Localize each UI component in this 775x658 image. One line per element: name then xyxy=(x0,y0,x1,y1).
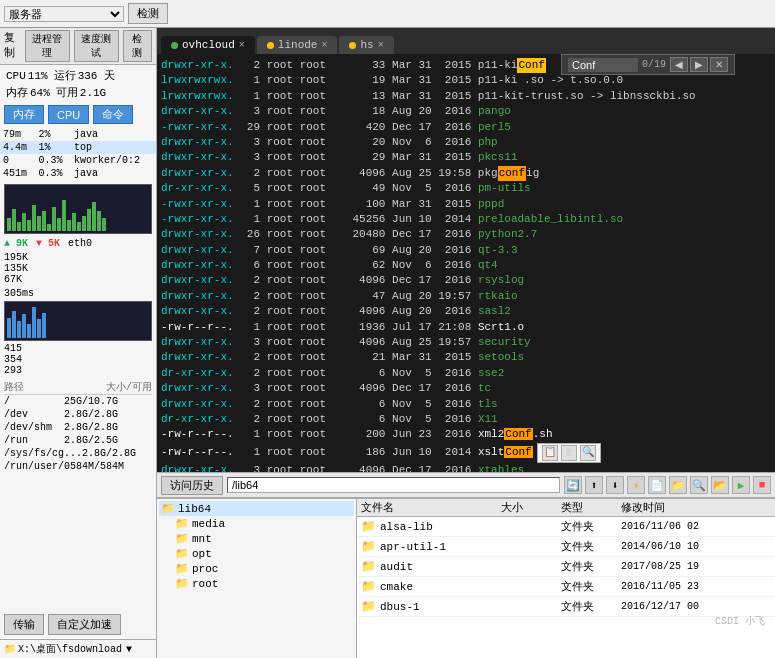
search-next-btn[interactable]: ▶ xyxy=(690,57,708,72)
refresh-icon[interactable]: 🔄 xyxy=(564,476,582,494)
col-header-date: 修改时间 xyxy=(621,500,771,515)
mem-value: 64% xyxy=(30,87,50,99)
terminal-line-2: lrwxrwxrwx. 1 root root 19 Mar 31 2015 p… xyxy=(161,73,771,88)
check-btn[interactable]: 检测 xyxy=(123,30,152,62)
disk-size-4: 2.8G/2.5G xyxy=(64,435,119,446)
bar xyxy=(37,216,41,231)
run-value: 336 天 xyxy=(78,68,115,83)
file-date-4: 2016/11/05 23 xyxy=(621,581,771,592)
tab-linode-label: linode xyxy=(278,39,318,51)
p1-mem: 79m xyxy=(0,128,35,141)
upload-icon[interactable]: ⬆ xyxy=(585,476,603,494)
disk-size-3: 2.8G/2.8G xyxy=(64,422,119,433)
ctx-copy-icon[interactable]: 📋 xyxy=(542,445,558,461)
terminal-line-5: -rwxr-xr-x. 29 root root 420 Dec 17 2016… xyxy=(161,120,771,135)
file-new-icon[interactable]: 📄 xyxy=(648,476,666,494)
mem-row: 内存 64% 可用 2.1G xyxy=(4,84,152,101)
search-close-btn[interactable]: ✕ xyxy=(710,57,728,72)
download-icon[interactable]: ⬇ xyxy=(606,476,624,494)
disk-size-2: 2.8G/2.8G xyxy=(64,409,119,420)
tab-mem[interactable]: 内存 xyxy=(4,105,44,124)
ping-val-2: 354 xyxy=(4,354,152,365)
terminal-line-27: drwxr-xr-x. 3 root root 4096 Dec 17 2016… xyxy=(161,463,771,472)
server-select[interactable]: 服务器 xyxy=(4,6,124,22)
tree-label-proc: proc xyxy=(192,563,218,575)
bar xyxy=(17,222,21,231)
col-header-size: 大小 xyxy=(501,500,561,515)
folder-icon-proc: 📁 xyxy=(175,562,189,575)
ping-val-1: 415 xyxy=(4,343,152,354)
col-header-name: 文件名 xyxy=(361,500,501,515)
tab-close-3[interactable]: × xyxy=(378,40,384,51)
file-date-3: 2017/08/25 19 xyxy=(621,561,771,572)
tab-cmd[interactable]: 命令 xyxy=(93,105,133,124)
tab-hs[interactable]: hs × xyxy=(339,36,393,54)
bar xyxy=(42,211,46,231)
p2-cmd: top xyxy=(71,141,156,154)
process-btn[interactable]: 进程管理 xyxy=(25,30,70,62)
disk-path-5: /sys/fs/cg... xyxy=(4,448,82,459)
file-name-1: 📁 alsa-lib xyxy=(361,519,501,534)
folder-open-icon[interactable]: 📂 xyxy=(711,476,729,494)
watermark: CSDI 小飞 xyxy=(715,614,765,628)
p1-cpu: 2% xyxy=(35,128,70,141)
detect-button[interactable]: 检测 xyxy=(128,3,168,24)
disk-path-2: /dev xyxy=(4,409,64,420)
tab-cpu[interactable]: CPU xyxy=(48,105,89,124)
custom-btn[interactable]: 自定义加速 xyxy=(48,614,121,635)
terminal-line-17: drwxr-xr-x. 2 root root 4096 Aug 20 2016… xyxy=(161,304,771,319)
speed-btn[interactable]: 速度测试 xyxy=(74,30,119,62)
tree-item-media[interactable]: 📁 media xyxy=(159,516,354,531)
tab-linode[interactable]: linode × xyxy=(257,36,338,54)
upload-badge: ▲ 9K xyxy=(4,238,28,249)
process-row-3: 0 0.3% kworker/0:2 xyxy=(0,154,156,167)
disk-row-5: /sys/fs/cg... 2.8G/2.8G xyxy=(4,447,152,460)
address-input[interactable] xyxy=(227,477,560,493)
file-row-3[interactable]: 📁 audit 文件夹 2017/08/25 19 xyxy=(357,557,775,577)
transfer-btn[interactable]: 传输 xyxy=(4,614,44,635)
cpu-chart xyxy=(4,184,152,234)
folder-expand-icon[interactable]: ▼ xyxy=(126,644,132,655)
ctx-search-icon[interactable]: 🔍 xyxy=(580,445,596,461)
tab-ovhcloud[interactable]: ovhcloud × xyxy=(161,36,255,54)
p1-cmd: java xyxy=(71,128,156,141)
tab-close-2[interactable]: × xyxy=(321,40,327,51)
tree-item-lib64[interactable]: 📁 lib64 xyxy=(159,501,354,516)
sidebar-bottom: 传输 自定义加速 xyxy=(0,610,156,639)
history-btn[interactable]: 访问历史 xyxy=(161,476,223,495)
tree-item-proc[interactable]: 📁 proc xyxy=(159,561,354,576)
search-prev-btn[interactable]: ◀ xyxy=(670,57,688,72)
file-row-1[interactable]: 📁 alsa-lib 文件夹 2016/11/06 02 xyxy=(357,517,775,537)
lightning-icon[interactable]: ⚡ xyxy=(627,476,645,494)
tab-dot-yellow-2 xyxy=(349,42,356,49)
process-row-1: 79m 2% java xyxy=(0,128,156,141)
p2-cpu: 1% xyxy=(35,141,70,154)
ctx-delete-icon[interactable]: 🗑 xyxy=(561,445,577,461)
address-bar: 访问历史 🔄 ⬆ ⬇ ⚡ 📄 📁 🔍 📂 ▶ ■ xyxy=(157,472,775,498)
terminal-line-23: drwxr-xr-x. 2 root root 6 Nov 5 2016 tls xyxy=(161,397,771,412)
search-buttons: ◀ ▶ ✕ xyxy=(670,57,728,72)
bar xyxy=(22,213,26,231)
main-layout: 复制 进程管理 速度测试 检测 CPU 11% 运行 336 天 内存 64% … xyxy=(0,28,775,658)
tree-item-mnt[interactable]: 📁 mnt xyxy=(159,531,354,546)
file-row-2[interactable]: 📁 apr-util-1 文件夹 2014/06/10 10 xyxy=(357,537,775,557)
search-files-icon[interactable]: 🔍 xyxy=(690,476,708,494)
bar xyxy=(97,211,101,231)
play-icon[interactable]: ▶ xyxy=(732,476,750,494)
search-input[interactable] xyxy=(568,58,638,72)
tab-close-1[interactable]: × xyxy=(239,40,245,51)
tree-item-root[interactable]: 📁 root xyxy=(159,576,354,591)
disk-row-6: /run/user/0 584M/584M xyxy=(4,460,152,473)
terminal-line-6: drwxr-xr-x. 3 root root 20 Nov 6 2016 ph… xyxy=(161,135,771,150)
content-area: ovhcloud × linode × hs × 0/19 ◀ xyxy=(157,28,775,658)
terminal-line-13: drwxr-xr-x. 7 root root 69 Aug 20 2016 q… xyxy=(161,243,771,258)
bar xyxy=(7,218,11,231)
file-row-5[interactable]: 📁 dbus-1 文件夹 2016/12/17 00 xyxy=(357,597,775,617)
folder-icon-lib64: 📁 xyxy=(161,502,175,515)
file-row-4[interactable]: 📁 cmake 文件夹 2016/11/05 23 xyxy=(357,577,775,597)
disk-col-size: 大小/可用 xyxy=(106,380,152,394)
folder-new-icon[interactable]: 📁 xyxy=(669,476,687,494)
file-type-3: 文件夹 xyxy=(561,559,621,574)
stop-icon[interactable]: ■ xyxy=(753,476,771,494)
tree-item-opt[interactable]: 📁 opt xyxy=(159,546,354,561)
